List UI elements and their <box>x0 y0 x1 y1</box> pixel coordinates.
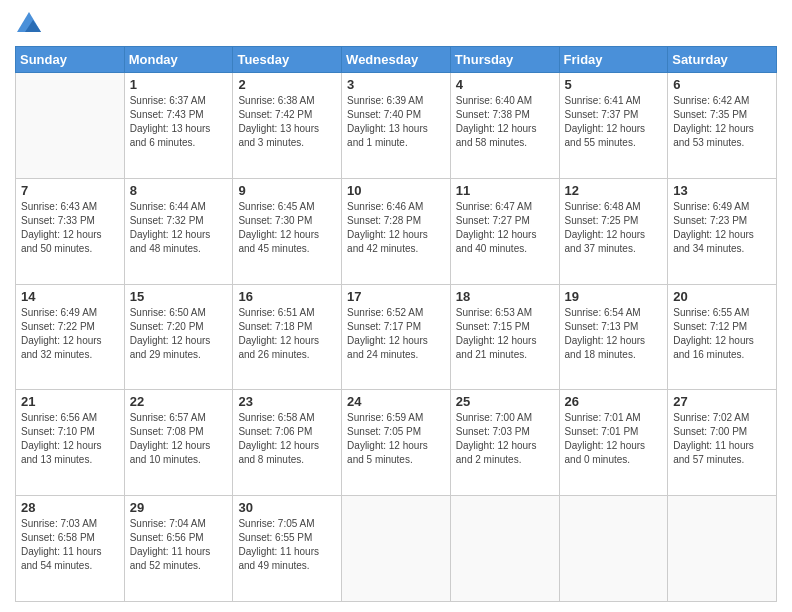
calendar-cell: 30Sunrise: 7:05 AMSunset: 6:55 PMDayligh… <box>233 496 342 602</box>
day-number: 17 <box>347 289 445 304</box>
day-info: Sunrise: 6:57 AMSunset: 7:08 PMDaylight:… <box>130 411 228 467</box>
day-info: Sunrise: 6:44 AMSunset: 7:32 PMDaylight:… <box>130 200 228 256</box>
day-number: 23 <box>238 394 336 409</box>
day-info: Sunrise: 6:50 AMSunset: 7:20 PMDaylight:… <box>130 306 228 362</box>
day-number: 19 <box>565 289 663 304</box>
page: SundayMondayTuesdayWednesdayThursdayFrid… <box>0 0 792 612</box>
calendar-cell: 2Sunrise: 6:38 AMSunset: 7:42 PMDaylight… <box>233 73 342 179</box>
calendar-cell: 3Sunrise: 6:39 AMSunset: 7:40 PMDaylight… <box>342 73 451 179</box>
calendar-cell: 17Sunrise: 6:52 AMSunset: 7:17 PMDayligh… <box>342 284 451 390</box>
calendar-cell: 15Sunrise: 6:50 AMSunset: 7:20 PMDayligh… <box>124 284 233 390</box>
day-number: 30 <box>238 500 336 515</box>
day-info: Sunrise: 6:51 AMSunset: 7:18 PMDaylight:… <box>238 306 336 362</box>
day-info: Sunrise: 6:40 AMSunset: 7:38 PMDaylight:… <box>456 94 554 150</box>
calendar-cell: 29Sunrise: 7:04 AMSunset: 6:56 PMDayligh… <box>124 496 233 602</box>
calendar-cell: 24Sunrise: 6:59 AMSunset: 7:05 PMDayligh… <box>342 390 451 496</box>
day-number: 13 <box>673 183 771 198</box>
day-number: 9 <box>238 183 336 198</box>
calendar-cell: 20Sunrise: 6:55 AMSunset: 7:12 PMDayligh… <box>668 284 777 390</box>
calendar-cell: 18Sunrise: 6:53 AMSunset: 7:15 PMDayligh… <box>450 284 559 390</box>
day-info: Sunrise: 7:04 AMSunset: 6:56 PMDaylight:… <box>130 517 228 573</box>
calendar-cell: 16Sunrise: 6:51 AMSunset: 7:18 PMDayligh… <box>233 284 342 390</box>
day-number: 28 <box>21 500 119 515</box>
week-row-2: 14Sunrise: 6:49 AMSunset: 7:22 PMDayligh… <box>16 284 777 390</box>
calendar-cell: 13Sunrise: 6:49 AMSunset: 7:23 PMDayligh… <box>668 178 777 284</box>
week-row-3: 21Sunrise: 6:56 AMSunset: 7:10 PMDayligh… <box>16 390 777 496</box>
weekday-header-wednesday: Wednesday <box>342 47 451 73</box>
day-info: Sunrise: 6:38 AMSunset: 7:42 PMDaylight:… <box>238 94 336 150</box>
calendar-cell: 6Sunrise: 6:42 AMSunset: 7:35 PMDaylight… <box>668 73 777 179</box>
calendar-cell: 8Sunrise: 6:44 AMSunset: 7:32 PMDaylight… <box>124 178 233 284</box>
day-info: Sunrise: 7:05 AMSunset: 6:55 PMDaylight:… <box>238 517 336 573</box>
day-info: Sunrise: 6:41 AMSunset: 7:37 PMDaylight:… <box>565 94 663 150</box>
calendar-cell: 10Sunrise: 6:46 AMSunset: 7:28 PMDayligh… <box>342 178 451 284</box>
day-info: Sunrise: 6:55 AMSunset: 7:12 PMDaylight:… <box>673 306 771 362</box>
day-number: 4 <box>456 77 554 92</box>
calendar-cell <box>450 496 559 602</box>
day-number: 14 <box>21 289 119 304</box>
day-number: 16 <box>238 289 336 304</box>
header <box>15 10 777 38</box>
day-info: Sunrise: 6:47 AMSunset: 7:27 PMDaylight:… <box>456 200 554 256</box>
weekday-header-sunday: Sunday <box>16 47 125 73</box>
calendar-cell: 11Sunrise: 6:47 AMSunset: 7:27 PMDayligh… <box>450 178 559 284</box>
day-number: 6 <box>673 77 771 92</box>
day-info: Sunrise: 6:46 AMSunset: 7:28 PMDaylight:… <box>347 200 445 256</box>
day-info: Sunrise: 6:59 AMSunset: 7:05 PMDaylight:… <box>347 411 445 467</box>
calendar-cell: 5Sunrise: 6:41 AMSunset: 7:37 PMDaylight… <box>559 73 668 179</box>
calendar-cell: 27Sunrise: 7:02 AMSunset: 7:00 PMDayligh… <box>668 390 777 496</box>
day-number: 5 <box>565 77 663 92</box>
calendar: SundayMondayTuesdayWednesdayThursdayFrid… <box>15 46 777 602</box>
week-row-1: 7Sunrise: 6:43 AMSunset: 7:33 PMDaylight… <box>16 178 777 284</box>
day-number: 10 <box>347 183 445 198</box>
day-number: 3 <box>347 77 445 92</box>
logo <box>15 10 47 38</box>
day-info: Sunrise: 7:02 AMSunset: 7:00 PMDaylight:… <box>673 411 771 467</box>
day-number: 25 <box>456 394 554 409</box>
day-info: Sunrise: 6:49 AMSunset: 7:22 PMDaylight:… <box>21 306 119 362</box>
calendar-cell: 9Sunrise: 6:45 AMSunset: 7:30 PMDaylight… <box>233 178 342 284</box>
weekday-header-monday: Monday <box>124 47 233 73</box>
day-number: 12 <box>565 183 663 198</box>
day-number: 1 <box>130 77 228 92</box>
weekday-header-saturday: Saturday <box>668 47 777 73</box>
week-row-4: 28Sunrise: 7:03 AMSunset: 6:58 PMDayligh… <box>16 496 777 602</box>
calendar-cell <box>342 496 451 602</box>
calendar-cell <box>16 73 125 179</box>
day-info: Sunrise: 7:03 AMSunset: 6:58 PMDaylight:… <box>21 517 119 573</box>
calendar-cell: 26Sunrise: 7:01 AMSunset: 7:01 PMDayligh… <box>559 390 668 496</box>
day-number: 8 <box>130 183 228 198</box>
weekday-header-tuesday: Tuesday <box>233 47 342 73</box>
day-info: Sunrise: 7:01 AMSunset: 7:01 PMDaylight:… <box>565 411 663 467</box>
day-number: 21 <box>21 394 119 409</box>
day-number: 26 <box>565 394 663 409</box>
day-number: 27 <box>673 394 771 409</box>
day-info: Sunrise: 6:54 AMSunset: 7:13 PMDaylight:… <box>565 306 663 362</box>
calendar-cell: 28Sunrise: 7:03 AMSunset: 6:58 PMDayligh… <box>16 496 125 602</box>
calendar-cell <box>668 496 777 602</box>
calendar-cell: 1Sunrise: 6:37 AMSunset: 7:43 PMDaylight… <box>124 73 233 179</box>
day-number: 20 <box>673 289 771 304</box>
day-info: Sunrise: 6:37 AMSunset: 7:43 PMDaylight:… <box>130 94 228 150</box>
calendar-cell: 25Sunrise: 7:00 AMSunset: 7:03 PMDayligh… <box>450 390 559 496</box>
day-number: 24 <box>347 394 445 409</box>
weekday-header-thursday: Thursday <box>450 47 559 73</box>
day-info: Sunrise: 6:56 AMSunset: 7:10 PMDaylight:… <box>21 411 119 467</box>
day-number: 11 <box>456 183 554 198</box>
calendar-cell <box>559 496 668 602</box>
logo-icon <box>15 10 43 38</box>
day-info: Sunrise: 6:43 AMSunset: 7:33 PMDaylight:… <box>21 200 119 256</box>
day-info: Sunrise: 6:39 AMSunset: 7:40 PMDaylight:… <box>347 94 445 150</box>
week-row-0: 1Sunrise: 6:37 AMSunset: 7:43 PMDaylight… <box>16 73 777 179</box>
day-info: Sunrise: 6:48 AMSunset: 7:25 PMDaylight:… <box>565 200 663 256</box>
weekday-header-friday: Friday <box>559 47 668 73</box>
day-info: Sunrise: 6:42 AMSunset: 7:35 PMDaylight:… <box>673 94 771 150</box>
day-number: 2 <box>238 77 336 92</box>
calendar-cell: 4Sunrise: 6:40 AMSunset: 7:38 PMDaylight… <box>450 73 559 179</box>
day-number: 29 <box>130 500 228 515</box>
day-info: Sunrise: 6:49 AMSunset: 7:23 PMDaylight:… <box>673 200 771 256</box>
calendar-cell: 7Sunrise: 6:43 AMSunset: 7:33 PMDaylight… <box>16 178 125 284</box>
calendar-cell: 12Sunrise: 6:48 AMSunset: 7:25 PMDayligh… <box>559 178 668 284</box>
day-info: Sunrise: 6:45 AMSunset: 7:30 PMDaylight:… <box>238 200 336 256</box>
calendar-cell: 22Sunrise: 6:57 AMSunset: 7:08 PMDayligh… <box>124 390 233 496</box>
